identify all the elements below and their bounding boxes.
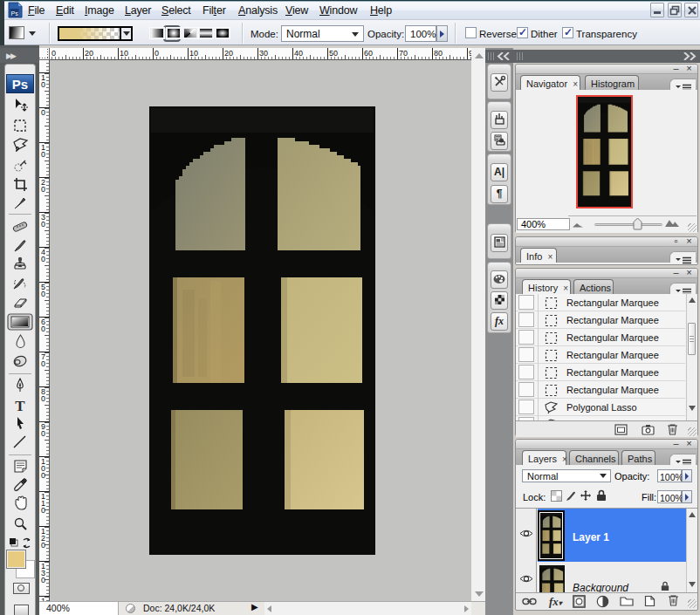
svg-text:Ps: Ps [11, 10, 19, 17]
